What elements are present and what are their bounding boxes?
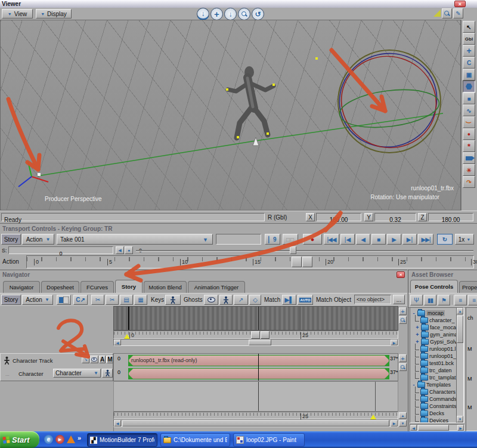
quicklaunch-player-icon[interactable]: ▶ (55, 435, 64, 444)
task-button-motionbuilder[interactable]: ▞ MotionBuilder 7 Profe... (87, 433, 157, 447)
flag-view-icon[interactable] (438, 295, 450, 305)
story-top-ruler[interactable]: 0 25 (113, 330, 398, 339)
stop-button[interactable] (371, 234, 386, 245)
tree-view-icon[interactable] (410, 295, 423, 305)
translate-tool-icon[interactable] (463, 45, 475, 57)
asset-content-pane[interactable]: ch M M M (466, 307, 477, 431)
story-bottom-ruler[interactable]: 25 (113, 412, 398, 419)
tab-fcurves[interactable]: FCurves (80, 281, 114, 293)
y-rotation-field[interactable]: 0.32 (374, 213, 416, 221)
tree-item[interactable]: Devices (415, 417, 448, 423)
view-menu-button[interactable]: View (2, 9, 33, 18)
scroll-up-icon[interactable] (457, 308, 463, 314)
scroll-thumb[interactable] (457, 316, 463, 343)
tab-motion-blend[interactable]: Motion Blend (144, 281, 187, 293)
scroll-thumb[interactable] (418, 425, 449, 431)
close-icon[interactable] (454, 1, 466, 7)
track-eye-icon[interactable] (90, 356, 98, 363)
curve-asset-icon[interactable] (463, 104, 475, 116)
frame-all-icon[interactable] (197, 8, 209, 20)
ghost-path-icon[interactable] (234, 295, 248, 305)
cube-asset-icon[interactable] (463, 92, 475, 104)
story-mode-button[interactable]: Story (1, 295, 21, 305)
transport-story-button[interactable]: Story (1, 234, 21, 245)
s-groove[interactable] (136, 250, 473, 252)
light-asset-icon[interactable] (463, 164, 475, 176)
track-mute-button[interactable]: M (107, 356, 113, 363)
character-track-header[interactable]: Character Track ↘ A S M ... Character Ch… (0, 353, 113, 381)
scroll-left-icon[interactable] (114, 339, 121, 345)
playhead-line[interactable] (128, 307, 129, 330)
story-clip-bottom[interactable] (128, 368, 389, 379)
go-to-start-button[interactable] (324, 234, 339, 245)
tree-hscrollbar[interactable] (410, 424, 464, 431)
rotate-tool-icon[interactable] (463, 57, 475, 69)
character-picker-icon[interactable] (102, 369, 113, 378)
tab-properties[interactable]: Properties (459, 281, 477, 293)
story-clip-top[interactable]: runloop01_tr.fbx (read-only) (128, 355, 389, 366)
scroll-down-icon[interactable] (457, 416, 463, 422)
match-object-select[interactable]: <no object> (354, 295, 391, 304)
clip-corner-tl[interactable] (129, 369, 133, 373)
timeline-slider-thumb-2[interactable] (302, 257, 312, 267)
previous-frame-button[interactable] (340, 234, 355, 245)
tree-item[interactable]: Decks (415, 410, 444, 417)
play-reverse-button[interactable] (356, 234, 370, 245)
tab-story[interactable]: Story (115, 280, 143, 293)
annotate-pen-button[interactable] (453, 8, 463, 18)
character-select[interactable]: Character (53, 369, 101, 378)
tree-vscrollbar[interactable] (456, 307, 464, 423)
marker-asset-icon[interactable] (463, 128, 475, 140)
s-field[interactable]: 0 (8, 246, 113, 254)
play-button[interactable] (387, 234, 401, 245)
keying-group-icon[interactable]: ▏9 (265, 234, 280, 245)
scale-tool-icon[interactable] (463, 69, 475, 81)
quicklaunch-browser-icon[interactable]: e (44, 435, 53, 444)
story-scroll-up-icon[interactable] (399, 412, 407, 419)
object-mode-icon[interactable] (463, 81, 475, 92)
frame-step-back-button[interactable] (116, 246, 124, 254)
start-marker-icon[interactable] (124, 334, 130, 339)
go-to-end-button[interactable] (418, 234, 433, 245)
dolly-tool-icon[interactable] (224, 8, 237, 20)
scroll-thumb[interactable] (249, 339, 271, 345)
x-rotation-field[interactable]: 180.00 (316, 213, 361, 221)
column-view-icon[interactable] (424, 295, 436, 305)
take-select[interactable]: Take 001 (57, 234, 213, 245)
list-view-icon[interactable] (454, 295, 467, 305)
clip-corner-tl[interactable] (129, 356, 133, 360)
tree-item[interactable]: +face_moca (415, 324, 456, 331)
scroll-right-icon[interactable] (457, 425, 464, 431)
viewport-3d[interactable]: Producer Perspective runloop01_tr.fbx Ro… (0, 20, 461, 211)
start-button[interactable]: Start (0, 431, 39, 448)
tab-dopesheet[interactable]: Dopesheet (41, 281, 79, 293)
clip-corner-bl[interactable] (129, 362, 133, 366)
clip-corner-tr[interactable] (385, 369, 389, 373)
clip-corner-bl[interactable] (129, 375, 133, 379)
transport-timeline-ruler[interactable]: 0 5 10 15 20 25 30 (26, 255, 474, 268)
ghost-key-icon[interactable] (249, 295, 261, 305)
take-secondary-field[interactable] (216, 234, 261, 245)
camera-asset-icon[interactable] (463, 152, 475, 164)
clip-corner-br[interactable] (385, 362, 389, 366)
scroll-right-icon[interactable] (391, 339, 398, 345)
tab-pose-controls[interactable]: Pose Controls (410, 280, 458, 293)
end-marker-icon[interactable] (370, 415, 376, 419)
scroll-left-icon[interactable] (114, 420, 121, 427)
null-asset-icon[interactable] (463, 140, 475, 152)
scissors-icon[interactable] (106, 295, 119, 305)
timeline-slider-thumb[interactable] (292, 257, 302, 267)
tree-item[interactable]: character_ (415, 317, 455, 324)
story-vzoom-pan-icon[interactable] (399, 307, 407, 315)
detail-view-icon[interactable] (468, 295, 477, 305)
tab-navigator[interactable]: Navigator (3, 281, 40, 293)
razor-icon[interactable] (91, 295, 104, 305)
s-slider-thumb[interactable] (290, 246, 296, 254)
quicklaunch-cone-icon[interactable] (67, 435, 75, 443)
task-button-paint[interactable]: loop02.JPG - Paint (233, 433, 305, 447)
tab-animation-trigger[interactable]: Animation Trigger (188, 281, 245, 293)
track-move-icon[interactable]: ↘ (82, 356, 89, 363)
clip-corner-br[interactable] (385, 375, 389, 379)
clip-corner-tr[interactable] (385, 356, 389, 360)
story-vzoom-mag-icon[interactable] (399, 316, 407, 324)
